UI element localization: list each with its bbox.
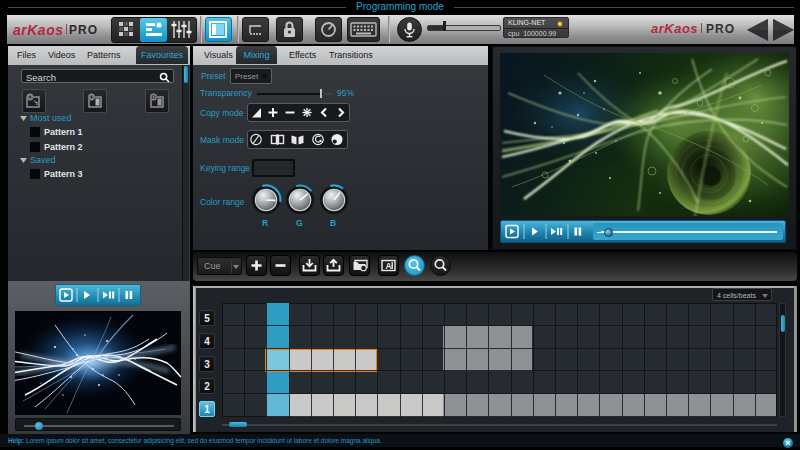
svg-text:A: A <box>385 261 391 271</box>
